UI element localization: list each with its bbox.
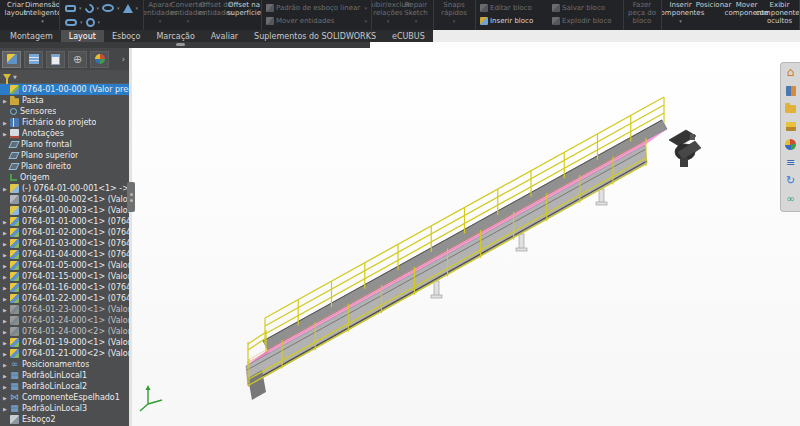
tree-item[interactable]: ▶Anotações <box>0 128 129 139</box>
dropdown-icon[interactable]: ▾ <box>79 5 82 11</box>
tab-montagem[interactable]: Montagem <box>2 30 61 42</box>
tree-item[interactable]: ▶0764-01-23-000<1> (Valor predet <box>0 304 129 315</box>
feature-manager-tab[interactable] <box>2 51 21 68</box>
expander-icon[interactable]: ▶ <box>3 329 10 335</box>
tree-item[interactable]: ▶▦PadrãoLinLocal3 <box>0 403 129 414</box>
tree-item[interactable]: Plano superior <box>0 150 129 161</box>
tab-avaliar[interactable]: Avaliar <box>203 30 246 42</box>
tree-item[interactable]: Plano direito <box>0 161 129 172</box>
tab-ecubus[interactable]: eCUBUS <box>384 30 433 42</box>
property-manager-tab[interactable] <box>24 51 43 68</box>
expander-icon[interactable]: ▶ <box>3 252 10 258</box>
graphics-viewport[interactable] <box>132 48 800 426</box>
ribbon-button[interactable]: Inserir bloco <box>478 14 550 27</box>
dropdown-icon[interactable]: ▾ <box>80 19 83 25</box>
expander-icon[interactable]: ▶ <box>3 340 10 346</box>
tree-item[interactable]: 0764-01-00-000 (Valor predeterminad <box>0 84 129 95</box>
expander-icon[interactable]: ▶ <box>3 131 10 137</box>
tree-item[interactable]: ▶0764-01-05-000<1> (Valor predet <box>0 260 129 271</box>
tree-item[interactable]: ▶0764-01-22-000<1> (0764-01-22- <box>0 293 129 304</box>
expander-icon[interactable]: ▶ <box>3 219 10 225</box>
tree-item[interactable]: ▶(-) 0764-01-00-001<1> -> (Valor p <box>0 183 129 194</box>
dropdown-icon[interactable]: ▾ <box>97 5 100 11</box>
panel-splitter-handle[interactable] <box>127 182 135 212</box>
expander-icon[interactable]: ▶ <box>3 263 10 269</box>
expander-icon[interactable]: ▶ <box>3 230 10 236</box>
custom-properties-icon[interactable]: ≡ <box>784 156 797 169</box>
expander-icon[interactable]: ▶ <box>3 406 10 412</box>
tree-item[interactable]: ▶Fichário do projeto <box>0 117 129 128</box>
expander-icon[interactable]: ▶ <box>3 186 10 192</box>
filter-dropdown-icon[interactable]: ▼ <box>13 74 17 80</box>
tree-item[interactable]: ▶0764-01-24-000<1> (Valor predet <box>0 315 129 326</box>
ribbon-button[interactable]: Offset na superfície <box>230 1 258 25</box>
expander-icon[interactable]: ▶ <box>3 274 10 280</box>
ribbon-button[interactable]: Dimensão inteligente▾ <box>29 1 56 25</box>
dimxpert-manager-tab[interactable]: ⊕ <box>68 51 87 68</box>
expander-icon[interactable]: ▶ <box>3 98 10 104</box>
ribbon-button[interactable]: Inserir componentes▾ <box>664 1 697 26</box>
tree-item[interactable]: ▶0764-01-16-000<1> (0764-01-16- <box>0 282 129 293</box>
tab-marca-o[interactable]: Marcação <box>148 30 202 42</box>
display-manager-tab[interactable] <box>90 51 109 68</box>
solidworks-resources-icon[interactable]: ⌂ <box>784 66 797 79</box>
tree-item[interactable]: ▶0764-01-02-000<1> (0764-01-01- <box>0 227 129 238</box>
tree-item[interactable]: ▶▦PadrãoLinLocal1 <box>0 370 129 381</box>
command-tab-row: MontagemLayoutEsboçoMarcaçãoAvaliarSuple… <box>0 30 800 42</box>
dropdown-icon[interactable]: ▾ <box>98 19 101 25</box>
expander-icon[interactable]: ▶ <box>3 120 10 126</box>
ribbon-button[interactable]: Exibir componentes ocultos <box>763 1 796 26</box>
slot-tool-icon[interactable] <box>65 19 77 26</box>
tree-item[interactable]: ▶0764-01-24-000<2> (Valor predet <box>0 326 129 337</box>
panel-grip-handle[interactable] <box>176 43 185 46</box>
tree-item[interactable]: ▶0764-01-21-000<2> (Valor predet <box>0 348 129 359</box>
spline-tool-icon[interactable] <box>123 4 133 13</box>
expander-icon[interactable]: ▶ <box>3 362 10 368</box>
tree-item[interactable]: ▶⋈ComponenteEspelhado1 <box>0 392 129 403</box>
tree-item[interactable]: ▶0764-01-15-000<1> (Valor predet <box>0 271 129 282</box>
tree-item[interactable]: Origem <box>0 172 129 183</box>
expander-icon[interactable]: ▶ <box>3 384 10 390</box>
tree-item[interactable]: 0764-01-00-003<1> (Valor predet <box>0 205 129 216</box>
expander-icon[interactable]: ▶ <box>3 318 10 324</box>
tree-item[interactable]: ▶Pasta <box>0 95 129 106</box>
solidworks-forum-icon[interactable]: ↻ <box>784 174 797 187</box>
rectangle-tool-icon[interactable] <box>65 5 76 12</box>
expander-icon[interactable]: ▶ <box>3 307 10 313</box>
arc-tool-icon[interactable] <box>83 2 96 15</box>
design-library-icon[interactable] <box>784 84 797 97</box>
dropdown-icon[interactable]: ▾ <box>136 5 139 11</box>
tree-item[interactable]: ▶0764-01-01-000<1> (0764-01-01- <box>0 216 129 227</box>
dropdown-icon[interactable]: ▾ <box>117 5 120 11</box>
tree-item[interactable]: Sensores <box>0 106 129 117</box>
panel-tabs-overflow-icon[interactable]: › <box>122 55 127 64</box>
tree-item[interactable]: 0764-01-00-002<1> (Valor predet <box>0 194 129 205</box>
expander-icon[interactable]: ▶ <box>3 241 10 247</box>
tree-item[interactable]: Esboço2 <box>0 414 129 425</box>
tree-item[interactable]: ▶0764-01-03-000<1> (0764-01-03- <box>0 238 129 249</box>
filter-icon[interactable] <box>3 74 11 80</box>
appearances-scenes-icon[interactable] <box>784 138 797 151</box>
expander-icon[interactable]: ▶ <box>3 285 10 291</box>
configuration-manager-tab[interactable] <box>46 51 65 68</box>
subasm-icon <box>10 294 19 303</box>
tree-item[interactable]: ▶0764-01-19-000<1> (Valor predet <box>0 337 129 348</box>
ribbon-group-layout-tools: Criar layoutDimensão inteligente▾ <box>0 0 60 30</box>
tab-esbo-o[interactable]: Esboço <box>104 30 149 42</box>
expander-icon[interactable]: ▶ <box>3 351 10 357</box>
expander-icon[interactable]: ▶ <box>3 395 10 401</box>
tree-item[interactable]: ▶∞Posicionamentos <box>0 359 129 370</box>
tab-suplementos-do-solidworks[interactable]: Suplementos do SOLIDWORKS <box>246 30 384 42</box>
tree-item[interactable]: ▶▦PadrãoLinLocal2 <box>0 381 129 392</box>
toolbox-icon[interactable] <box>784 120 797 133</box>
file-explorer-icon[interactable] <box>784 102 797 115</box>
tree-item[interactable]: ▶0764-01-04-000<1> (0764-01-03- <box>0 249 129 260</box>
tree-item[interactable]: Plano frontal <box>0 139 129 150</box>
panel-splitter[interactable] <box>129 48 132 426</box>
expander-icon[interactable]: ▶ <box>3 373 10 379</box>
ecubus-share-icon[interactable]: ∞ <box>784 192 797 205</box>
ellipse-tool-icon[interactable] <box>102 4 114 12</box>
circle-tool-icon[interactable] <box>86 18 95 27</box>
tab-layout[interactable]: Layout <box>61 30 104 42</box>
expander-icon[interactable]: ▶ <box>3 296 10 302</box>
